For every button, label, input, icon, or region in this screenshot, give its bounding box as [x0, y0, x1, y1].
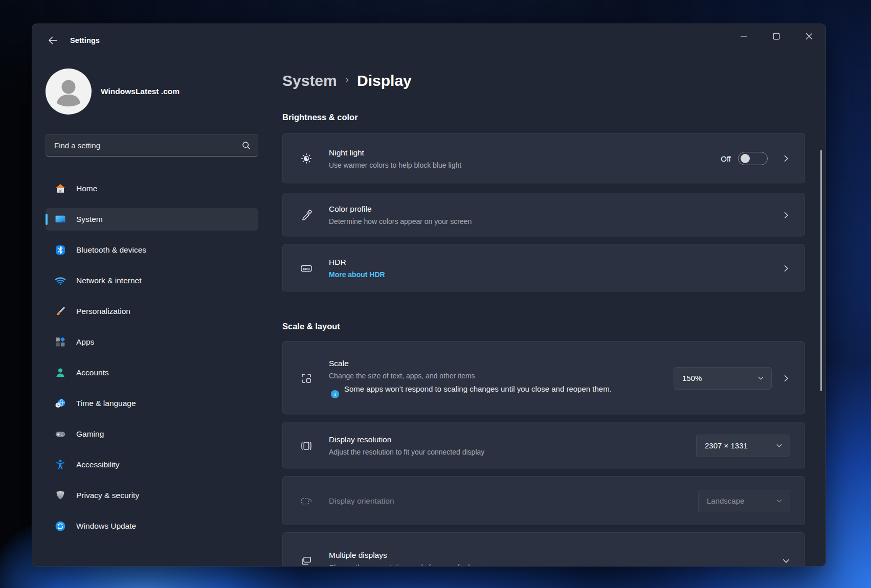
hdr-text: HDR More about HDR: [329, 257, 768, 280]
sidebar-item-accessibility[interactable]: Accessibility: [46, 454, 258, 476]
night-light-text: Night light Use warmer colors to help bl…: [329, 147, 721, 170]
hdr-title: HDR: [329, 257, 768, 267]
maximize-icon: [773, 33, 780, 40]
night-light-subtitle: Use warmer colors to help block blue lig…: [329, 160, 721, 170]
sidebar-item-label: Time & language: [76, 399, 136, 408]
breadcrumb-separator-icon: ›: [345, 69, 349, 91]
titlebar: Settings: [32, 24, 825, 57]
multiple-displays-icon: [297, 554, 316, 567]
sidebar: WindowsLatest .com Home: [32, 57, 259, 566]
sidebar-item-label: Accessibility: [76, 460, 119, 469]
shield-icon: [54, 489, 67, 502]
wifi-icon: [54, 274, 67, 287]
sidebar-item-apps[interactable]: Apps: [46, 331, 258, 353]
scale-value: 150%: [682, 374, 702, 382]
back-arrow-icon: [48, 35, 58, 46]
display-orientation-title: Display orientation: [329, 495, 698, 506]
sidebar-nav: Home System Bluetooth & devices: [46, 177, 258, 537]
display-orientation-controls: Landscape: [698, 490, 790, 512]
bluetooth-icon: [54, 243, 67, 257]
scale-subtitle: Change the size of text, apps, and other…: [329, 371, 674, 381]
search-box[interactable]: [46, 134, 258, 156]
home-icon: [54, 182, 67, 195]
accessibility-icon: [54, 458, 67, 471]
display-resolution-subtitle: Adjust the resolution to fit your connec…: [329, 447, 696, 457]
windows-update-icon: [54, 519, 67, 533]
night-light-toggle[interactable]: [738, 152, 768, 165]
color-profile-row[interactable]: Color profile Determine how colors appea…: [282, 193, 805, 237]
maximize-button[interactable]: [760, 24, 793, 49]
scale-text: Scale Change the size of text, apps, and…: [329, 358, 674, 398]
search-input[interactable]: [54, 141, 242, 150]
display-resolution-controls: 2307 × 1331: [696, 435, 790, 457]
scrollbar[interactable]: [820, 150, 822, 391]
avatar: [46, 69, 92, 115]
scale-icon: [297, 372, 316, 385]
scale-note-text: Some apps won’t respond to scaling chang…: [344, 383, 612, 398]
scale-title: Scale: [329, 358, 674, 369]
color-profile-icon: [297, 209, 316, 222]
back-button[interactable]: [43, 31, 62, 50]
sidebar-item-label: Home: [76, 184, 97, 193]
sidebar-item-gaming[interactable]: Gaming: [46, 423, 258, 445]
chevron-right-icon: [782, 154, 790, 163]
sidebar-item-home[interactable]: Home: [46, 177, 258, 200]
hdr-controls: [768, 264, 790, 273]
display-resolution-icon: [297, 439, 316, 453]
display-resolution-title: Display resolution: [329, 434, 696, 445]
sidebar-item-windows-update[interactable]: Windows Update: [46, 515, 258, 537]
sidebar-item-accounts[interactable]: Accounts: [46, 361, 258, 384]
night-light-row[interactable]: Night light Use warmer colors to help bl…: [282, 133, 805, 184]
night-light-controls: Off: [721, 152, 790, 165]
scale-row[interactable]: Scale Change the size of text, apps, and…: [282, 341, 805, 415]
sidebar-item-bluetooth-devices[interactable]: Bluetooth & devices: [46, 239, 258, 261]
scale-controls: 150%: [674, 367, 790, 390]
color-profile-title: Color profile: [329, 203, 768, 214]
multiple-displays-controls: [768, 557, 790, 565]
gamepad-icon: [54, 427, 67, 441]
hdr-badge-text: HDR: [303, 267, 310, 270]
chevron-right-icon: [782, 211, 790, 219]
multiple-displays-title: Multiple displays: [329, 550, 768, 560]
sidebar-item-privacy-security[interactable]: Privacy & security: [46, 484, 258, 507]
display-resolution-value: 2307 × 1331: [705, 441, 748, 450]
settings-window: Settings WindowsLatest .com: [32, 24, 826, 567]
sidebar-item-time-language[interactable]: Time & language: [46, 392, 258, 415]
sidebar-item-label: Network & internet: [76, 276, 142, 285]
sidebar-item-system[interactable]: System: [46, 208, 258, 231]
sidebar-item-network-internet[interactable]: Network & internet: [46, 269, 258, 292]
more-about-hdr-link[interactable]: More about HDR: [329, 269, 385, 280]
search-icon: [242, 141, 251, 150]
info-icon: i: [331, 390, 339, 398]
system-icon: [54, 213, 67, 226]
display-orientation-row: Display orientation Landscape: [282, 476, 805, 526]
caption-buttons: [727, 24, 825, 49]
apps-icon: [54, 335, 67, 349]
night-light-title: Night light: [329, 147, 721, 158]
minimize-button[interactable]: [727, 24, 760, 49]
display-orientation-text: Display orientation: [329, 495, 698, 506]
sidebar-item-label: Personalization: [76, 307, 130, 316]
app-title: Settings: [70, 36, 100, 44]
section-brightness-color: Brightness & color: [282, 112, 804, 122]
display-resolution-dropdown[interactable]: 2307 × 1331: [696, 435, 790, 457]
multiple-displays-subtitle: Choose the presentation mode for your di…: [329, 562, 768, 567]
scale-dropdown[interactable]: 150%: [674, 367, 772, 390]
sidebar-item-label: Bluetooth & devices: [76, 245, 146, 255]
scale-note: i Some apps won’t respond to scaling cha…: [329, 383, 674, 398]
breadcrumb-system[interactable]: System: [282, 70, 337, 92]
hdr-row[interactable]: HDR HDR More about HDR: [282, 244, 805, 292]
close-button[interactable]: [793, 24, 825, 49]
color-profile-controls: [768, 211, 790, 219]
window-body: WindowsLatest .com Home: [32, 57, 825, 566]
user-account[interactable]: WindowsLatest .com: [46, 69, 259, 115]
color-profile-text: Color profile Determine how colors appea…: [329, 203, 768, 227]
section-scale-layout: Scale & layout: [282, 321, 804, 331]
display-resolution-row[interactable]: Display resolution Adjust the resolution…: [282, 422, 805, 469]
sidebar-item-label: Apps: [76, 337, 94, 347]
multiple-displays-row[interactable]: Multiple displays Choose the presentatio…: [282, 532, 805, 567]
chevron-right-icon: [782, 374, 790, 382]
hdr-icon: HDR: [297, 262, 316, 275]
display-orientation-value: Landscape: [707, 496, 744, 505]
sidebar-item-personalization[interactable]: Personalization: [46, 300, 258, 323]
